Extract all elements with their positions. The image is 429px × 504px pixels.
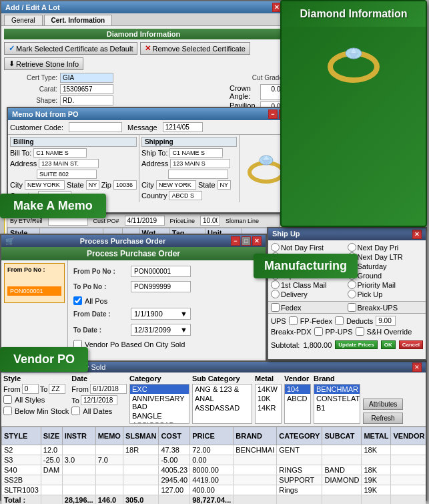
crown-angle-label: Crown Angle: [230,84,259,100]
ship-radio-9[interactable] [271,280,280,289]
vendor-po-row: Vendor Po Based On City Sold [73,340,260,348]
pp-ups-checkbox[interactable] [356,327,364,336]
ship-address-input[interactable] [170,159,230,168]
subtotal-row: Subtotal: 1,800.00 Update Prices OK Canc… [268,339,426,350]
brand-item-3[interactable]: B1 [314,403,360,413]
subcat-item-3[interactable]: ASSDASSAD [193,403,252,413]
vendor-list[interactable]: 104 ABCD [284,384,311,424]
cat-item-1[interactable]: EXC [130,385,189,394]
deducts-input[interactable] [376,316,396,326]
all-pos-checkbox[interactable] [73,296,82,305]
date-to-input[interactable] [81,395,117,405]
diamond-info-header: Diamond Information [4,29,283,39]
po-item[interactable]: PON000001 [7,286,61,296]
customer-code-input[interactable] [69,122,122,132]
brand-list[interactable]: BENCHMAR CONSTELATION B1 [314,384,360,424]
bill-state-input[interactable] [86,180,99,190]
subcat-item-1[interactable]: ANG & 123 & [193,385,252,394]
from-date-dropdown[interactable]: 1/1/1900 ▼ [131,308,191,320]
bill-city-input[interactable] [25,180,65,190]
ship-opt-10: Priority Mail [348,280,424,289]
fp-fedex-checkbox[interactable] [335,316,344,325]
shipping-close-btn[interactable]: ✕ [412,230,422,239]
style-to-input[interactable] [49,384,65,394]
vendor-po-label-text: Vendor Po Based On City Sold [85,340,185,348]
vcol-cost: COST [159,427,190,445]
metal-item-3[interactable]: 14KR [256,403,281,413]
sub-category-list[interactable]: ANG & 123 & ANAL ASSDASSAD [192,384,252,424]
vendor-item-2[interactable]: ABCD [285,394,310,403]
mark-default-btn[interactable]: ✓ Mark Selected Certificate as Default [4,42,137,55]
fedex-checkbox[interactable] [271,303,280,312]
tabs-bar: General Cert. Information [1,13,286,26]
to-po-input[interactable] [131,281,191,292]
date-from-input[interactable] [90,384,127,394]
tab-general[interactable]: General [4,15,43,25]
tab-cert-info[interactable]: Cert. Information [44,15,113,25]
carat-value: 15309657 [60,84,113,94]
cat-item-2[interactable]: ANNIVERSARY BAD [130,394,189,411]
category-list[interactable]: EXC ANNIVERSARY BAD BANGLE ASSIGSSAD BAN… [129,384,189,424]
date-filter: Date From To All Dates [71,374,127,424]
retrieve-stone-btn[interactable]: ⬇ Retrieve Stone Info [4,57,83,70]
metal-list[interactable]: 14KW 10K 14KR [255,384,282,424]
vendor-item-1[interactable]: 104 [285,385,310,394]
all-dates-checkbox[interactable] [71,407,80,415]
ship-to-input[interactable] [169,148,223,158]
vendor-close-btn[interactable]: ✕ [412,362,422,372]
brand-item-2[interactable]: CONSTELATION [314,394,360,403]
ppo-title: Process Purchase Order [80,237,165,245]
ship-radio-11[interactable] [271,290,280,298]
cat-item-3[interactable]: BANGLE [130,411,189,421]
ppo-titlebar: 🛒 Process Purchase Order − □ ✕ [1,235,266,247]
from-po-input[interactable] [131,266,191,277]
metal-item-2[interactable]: 10K [256,394,281,403]
ship-radio-2[interactable] [348,243,356,252]
style-from-input[interactable] [22,384,39,394]
update-prices-btn[interactable]: Update Prices [335,340,377,349]
remove-cert-btn[interactable]: ✕ Remove Selected Certificate [140,42,250,55]
ship-radio-1[interactable] [271,243,280,252]
ups-checkbox[interactable] [289,316,298,325]
ppo-max-btn[interactable]: □ [242,236,251,246]
bill-suite-input[interactable] [37,170,97,179]
to-date-dropdown[interactable]: 12/31/2099 ▼ [131,324,191,336]
bill-to-input[interactable] [33,148,87,158]
ship-radio-10[interactable] [348,280,356,289]
vcol-category: CATEGORY [277,427,322,445]
attributes-btn[interactable]: Attributes [363,399,403,410]
message-input[interactable] [163,122,203,132]
subcat-item-2[interactable]: ANAL [193,394,252,403]
breakx-checkbox[interactable] [348,303,356,312]
shipping-ok-btn[interactable]: OK [381,340,396,349]
breakx-pdx-checkbox[interactable] [314,327,323,336]
bill-zip-input[interactable] [113,180,137,190]
shipping-cancel-btn[interactable]: Cancel [399,340,423,349]
vcol-vendor: VENDOR [391,427,426,445]
refresh-btn[interactable]: Refresh [363,413,403,424]
memo-titlebar: Memo Not from PO − ✕ [8,108,292,120]
ship-state-input[interactable] [218,180,231,190]
memo-minimize-btn[interactable]: − [268,109,278,119]
ppo-min-btn[interactable]: − [231,236,240,246]
ship-suite-input[interactable] [168,170,228,179]
ship-country-input[interactable] [169,191,202,200]
cat-item-4[interactable]: ASSIGSSAD [130,421,189,424]
filter-buttons: Attributes Refresh [363,374,403,424]
price-line-input[interactable] [200,216,220,226]
ship-radio-12[interactable] [348,290,356,298]
ppo-close-btn[interactable]: ✕ [252,236,262,246]
all-styles-checkbox[interactable] [3,395,12,404]
table-row: SLTR1003 127.00 400.00 Rings 19K 10.0 [2,485,426,495]
memo-title: Memo Not from PO [12,110,79,118]
brand-item-1[interactable]: BENCHMAR [314,385,360,394]
cut-po-input[interactable] [125,216,165,226]
all-pos-row: All Pos [73,296,260,305]
from-date-row: From Date : 1/1/1900 ▼ [73,308,260,320]
below-min-checkbox[interactable] [3,407,12,415]
metal-item-1[interactable]: 14KW [256,385,281,394]
bill-address-input[interactable] [39,159,99,168]
price-line-label: PriceLine [170,218,195,224]
ship-city-input[interactable] [156,180,196,190]
diamond-buttons-row2: ⬇ Retrieve Stone Info [4,57,283,70]
